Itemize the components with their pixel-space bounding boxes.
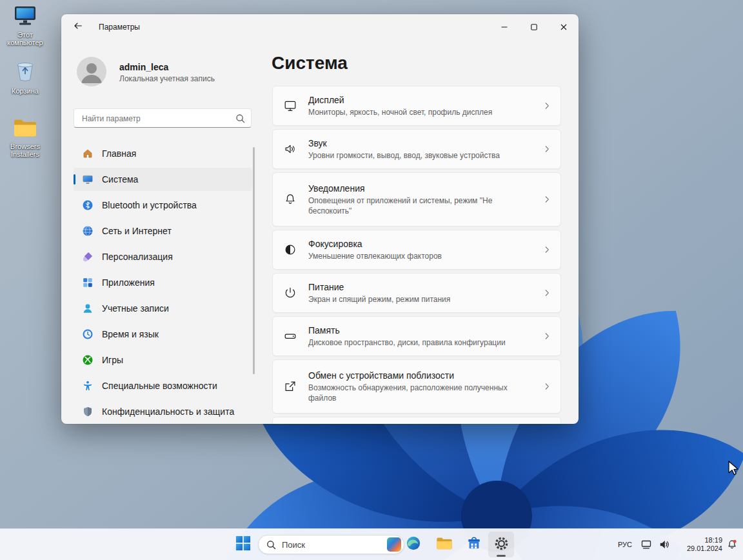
settings-card-power[interactable]: Питание Экран и спящий режим, режим пита… bbox=[272, 273, 561, 313]
chevron-right-icon bbox=[542, 195, 551, 204]
chevron-right-icon bbox=[542, 145, 551, 154]
settings-search-input[interactable] bbox=[81, 110, 232, 128]
clock-icon bbox=[82, 328, 94, 340]
xbox-icon bbox=[82, 354, 94, 366]
sidebar-scrollbar[interactable] bbox=[253, 147, 255, 374]
sidebar-item-apps[interactable]: Приложения bbox=[74, 271, 252, 294]
storage-icon bbox=[283, 329, 297, 343]
sidebar-item-bluetooth-devices[interactable]: Bluetooth и устройства bbox=[74, 194, 252, 217]
chevron-right-icon bbox=[542, 245, 551, 254]
taskbar-search-label: Поиск bbox=[282, 540, 305, 550]
taskbar-explorer-button[interactable] bbox=[431, 532, 457, 557]
volume-icon[interactable] bbox=[655, 535, 673, 554]
active-app-indicator bbox=[497, 555, 506, 557]
desktop-icon-label: Browsers Installers bbox=[0, 143, 50, 158]
accessibility-icon bbox=[82, 380, 94, 392]
microsoft-store-icon bbox=[466, 535, 482, 554]
back-arrow-icon bbox=[73, 21, 83, 34]
clock[interactable]: 18:19 29.01.2024 bbox=[677, 536, 722, 553]
sidebar-item-accounts[interactable]: Учетные записи bbox=[74, 297, 252, 320]
user-avatar[interactable] bbox=[77, 57, 106, 86]
sidebar-item-system[interactable]: Система bbox=[74, 168, 252, 191]
search-highlight-icon[interactable] bbox=[387, 537, 401, 552]
settings-window: Параметры admin_leca Локальная учетная з… bbox=[61, 14, 579, 424]
settings-card-partial[interactable] bbox=[272, 417, 561, 424]
edge-icon bbox=[406, 535, 421, 554]
taskbar-store-button[interactable] bbox=[461, 532, 487, 557]
page-title: Система bbox=[272, 53, 348, 74]
desktop-icon-this-pc[interactable]: Этот компьютер bbox=[0, 5, 50, 46]
power-icon bbox=[283, 286, 297, 300]
settings-gear-icon bbox=[493, 535, 510, 554]
settings-card-notifications[interactable]: Уведомления Оповещения от приложений и с… bbox=[272, 172, 561, 226]
this-pc-icon bbox=[14, 17, 37, 28]
desktop-icon-label: Корзина bbox=[0, 87, 50, 95]
sound-icon bbox=[283, 142, 297, 156]
settings-card-focus[interactable]: Фокусировка Уменьшение отвлекающих факто… bbox=[272, 230, 561, 270]
settings-card-storage[interactable]: Память Дисковое пространство, диски, пра… bbox=[272, 316, 561, 356]
folder-icon bbox=[13, 129, 37, 140]
network-icon[interactable] bbox=[637, 535, 655, 554]
settings-card-display[interactable]: Дисплей Мониторы, яркость, ночной свет, … bbox=[272, 86, 561, 126]
file-explorer-icon bbox=[436, 536, 453, 553]
sidebar-item-home[interactable]: Главная bbox=[74, 142, 252, 165]
windows-logo-icon bbox=[235, 535, 251, 554]
settings-card-nearby-sharing[interactable]: Обмен с устройствами поблизости Возможно… bbox=[272, 359, 561, 414]
shield-icon bbox=[82, 406, 94, 417]
language-indicator[interactable]: РУС bbox=[613, 537, 637, 552]
window-title: Параметры bbox=[99, 14, 140, 40]
minimize-button[interactable] bbox=[490, 14, 519, 40]
bell-icon bbox=[283, 192, 297, 206]
recycle-bin-icon bbox=[15, 74, 35, 85]
taskbar-settings-button[interactable] bbox=[488, 532, 514, 557]
tray-time: 18:19 bbox=[677, 536, 722, 545]
system-tray: РУС 18:19 29.01.2024 bbox=[613, 529, 743, 560]
sidebar-item-network-internet[interactable]: Сеть и Интернет bbox=[74, 219, 252, 243]
home-icon bbox=[82, 148, 94, 159]
chevron-right-icon bbox=[542, 288, 551, 297]
close-button[interactable] bbox=[549, 14, 579, 40]
selected-indicator bbox=[74, 174, 75, 185]
globe-icon bbox=[82, 225, 94, 237]
sidebar-item-accessibility[interactable]: Специальные возможности bbox=[74, 374, 252, 397]
tray-date: 29.01.2024 bbox=[677, 545, 722, 553]
sidebar-item-gaming[interactable]: Игры bbox=[74, 348, 252, 372]
focus-icon bbox=[283, 243, 297, 257]
search-icon bbox=[235, 114, 245, 126]
paintbrush-icon bbox=[82, 251, 94, 263]
settings-card-list: Дисплей Мониторы, яркость, ночной свет, … bbox=[272, 86, 561, 424]
start-button[interactable] bbox=[230, 532, 256, 557]
sidebar-item-personalization[interactable]: Персонализация bbox=[74, 245, 252, 268]
maximize-button[interactable] bbox=[519, 14, 549, 40]
taskbar-search-box[interactable]: Поиск bbox=[258, 535, 404, 554]
system-icon bbox=[82, 174, 94, 185]
titlebar: Параметры bbox=[61, 14, 579, 40]
search-icon bbox=[266, 540, 276, 550]
settings-search-box[interactable] bbox=[74, 108, 252, 128]
bluetooth-icon bbox=[82, 199, 94, 211]
chevron-right-icon bbox=[542, 332, 551, 341]
taskbar: Поиск bbox=[0, 528, 743, 560]
back-button[interactable] bbox=[68, 17, 88, 37]
sidebar-item-privacy-security[interactable]: Конфиденциальность и защита bbox=[74, 400, 252, 423]
chevron-right-icon bbox=[542, 382, 551, 391]
desktop-icon-label: Этот компьютер bbox=[0, 31, 50, 46]
taskbar-edge-button[interactable] bbox=[401, 532, 426, 557]
display-icon bbox=[283, 99, 297, 113]
chevron-right-icon bbox=[542, 101, 551, 110]
settings-card-sound[interactable]: Звук Уровни громкости, вывод, ввод, звук… bbox=[272, 129, 561, 169]
apps-icon bbox=[82, 277, 94, 288]
sidebar-item-time-language[interactable]: Время и язык bbox=[74, 323, 252, 346]
settings-nav: Главная Система Bluetooth и устройства bbox=[74, 142, 252, 424]
user-name: admin_leca bbox=[119, 62, 168, 72]
user-account-type: Локальная учетная запись bbox=[119, 74, 215, 83]
share-icon bbox=[283, 379, 297, 394]
desktop-icon-recycle-bin[interactable]: Корзина bbox=[0, 61, 50, 95]
notification-bell-icon[interactable] bbox=[722, 535, 743, 554]
desktop-icon-browsers-installers[interactable]: Browsers Installers bbox=[0, 117, 50, 158]
person-icon bbox=[82, 303, 94, 314]
